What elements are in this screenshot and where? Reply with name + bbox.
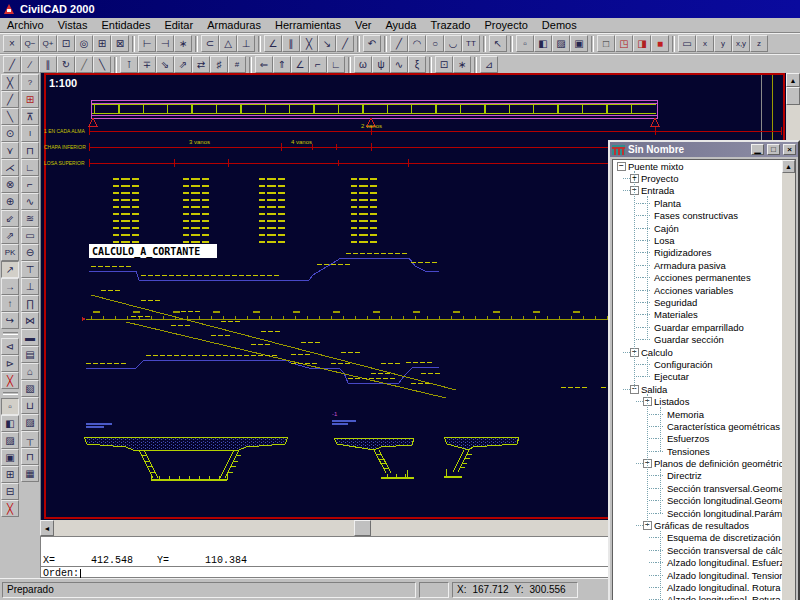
- section-voided-icon[interactable]: ⊖: [21, 244, 39, 261]
- view-hidden-cube-icon[interactable]: ◳: [615, 35, 633, 52]
- rebar-spline-icon[interactable]: ξ: [408, 56, 426, 73]
- snap-center-icon[interactable]: ⊙: [1, 125, 19, 142]
- section-plate-icon[interactable]: ⌐: [21, 176, 39, 193]
- section-deck-icon[interactable]: ▬: [21, 329, 39, 346]
- section-truss-icon[interactable]: ⋈: [21, 312, 39, 329]
- perpendicular-icon[interactable]: ⊥: [237, 35, 255, 52]
- tree-item[interactable]: Sección longitudinal.Geometría: [613, 495, 782, 507]
- extents-mode-icon[interactable]: ▣: [1, 449, 19, 466]
- tree-item[interactable]: Rigidizadores: [613, 247, 782, 259]
- maximize-button[interactable]: □: [767, 144, 780, 155]
- align-left-icon[interactable]: ⇐: [255, 56, 273, 73]
- section-grid-icon[interactable]: ▦: [21, 465, 39, 482]
- query-select-icon[interactable]: ?: [21, 74, 39, 91]
- snap-insertion-icon[interactable]: ⇙: [1, 210, 19, 227]
- pk-station-button[interactable]: PK: [1, 244, 19, 261]
- delete-mark-icon[interactable]: ╳: [1, 372, 19, 389]
- section-slab-icon[interactable]: ▤: [21, 346, 39, 363]
- tree-item[interactable]: Materiales: [613, 309, 782, 321]
- section-boxgirder-icon[interactable]: ⊓: [21, 448, 39, 465]
- erase-view-icon[interactable]: ╳: [1, 500, 19, 517]
- snap-quadrant-icon[interactable]: ⊕: [1, 193, 19, 210]
- direction-y-icon[interactable]: ↑: [1, 295, 19, 312]
- tree-item[interactable]: −Entrada: [613, 185, 782, 197]
- circle-icon[interactable]: ○: [426, 35, 444, 52]
- tree-item[interactable]: Característica geométricas: [613, 420, 782, 432]
- parallel-icon[interactable]: ∥: [282, 35, 300, 52]
- menu-demos[interactable]: Demos: [535, 18, 584, 32]
- direction-curve-icon[interactable]: ↪: [1, 312, 19, 329]
- select-arrow-icon[interactable]: ↖: [489, 35, 507, 52]
- stiffener-pair-icon[interactable]: #: [228, 56, 246, 73]
- tree-item[interactable]: Directriz: [613, 470, 782, 482]
- tree-item[interactable]: Seguridad: [613, 296, 782, 308]
- tree-item[interactable]: Armadura pasiva: [613, 259, 782, 271]
- menu-ayuda[interactable]: Ayuda: [378, 18, 423, 32]
- beam-join-icon[interactable]: ⊺: [120, 56, 138, 73]
- section-angle-icon[interactable]: ∟: [21, 159, 39, 176]
- menu-trazado[interactable]: Trazado: [423, 18, 477, 32]
- tree-item[interactable]: Acciones permanentes: [613, 272, 782, 284]
- point-style-icon[interactable]: ∗: [174, 35, 192, 52]
- line-icon[interactable]: ╱: [390, 35, 408, 52]
- tree-item[interactable]: Configuración: [613, 358, 782, 370]
- section-pi-icon[interactable]: ∏: [21, 295, 39, 312]
- divide-segment-icon[interactable]: ⊢: [138, 35, 156, 52]
- measure-segment-icon[interactable]: ⊣: [156, 35, 174, 52]
- snap-none-icon[interactable]: ╳: [1, 74, 19, 91]
- menu-herramientas[interactable]: Herramientas: [268, 18, 348, 32]
- paste-view-icon[interactable]: ⊟: [1, 483, 19, 500]
- tree-item[interactable]: Cajón: [613, 222, 782, 234]
- menu-ver[interactable]: Ver: [348, 18, 379, 32]
- vertical-scroll-thumb[interactable]: [786, 87, 800, 105]
- tree-item[interactable]: Guardar emparrillado: [613, 321, 782, 333]
- coord-y-button[interactable]: y: [714, 35, 732, 52]
- beam-extend-icon[interactable]: ⇘: [156, 56, 174, 73]
- section-arch-icon[interactable]: ⌂: [21, 363, 39, 380]
- scroll-left-button[interactable]: ◄: [40, 520, 54, 536]
- tree-item[interactable]: Alzado longitudinal. Rotura por cortante: [613, 594, 782, 600]
- line-aux-icon[interactable]: ╱: [75, 56, 93, 73]
- section-brace-icon[interactable]: ▧: [21, 380, 39, 397]
- polyline-icon[interactable]: ◡: [444, 35, 462, 52]
- tree-item[interactable]: Alzado longitudinal. Tensiones: [613, 569, 782, 581]
- intersection-icon[interactable]: ╳: [300, 35, 318, 52]
- menu-proyecto[interactable]: Proyecto: [477, 18, 534, 32]
- right-angle-icon[interactable]: ∟: [327, 56, 345, 73]
- zoom-dynamic-icon[interactable]: ◎: [75, 35, 93, 52]
- break-object-icon[interactable]: ×: [3, 35, 21, 52]
- pointer-mode-icon[interactable]: ↗: [1, 261, 19, 278]
- tree-expander[interactable]: −: [617, 162, 626, 171]
- rebar-wave-icon[interactable]: ω: [354, 56, 372, 73]
- copy-view-icon[interactable]: ⊞: [1, 466, 19, 483]
- tree-item[interactable]: Esfuerzos: [613, 433, 782, 445]
- snap-midpoint-icon[interactable]: ╲: [1, 108, 19, 125]
- text-icon[interactable]: TT: [462, 35, 480, 52]
- line-dashed-icon[interactable]: ∕: [21, 56, 39, 73]
- sheet-next-icon[interactable]: ⊳: [1, 355, 19, 372]
- tree-item[interactable]: −Calculo: [613, 346, 782, 358]
- snap-endpoint-icon[interactable]: ╱: [1, 91, 19, 108]
- beam-shrink-icon[interactable]: ⇗: [174, 56, 192, 73]
- tree-scrollbar[interactable]: ▲: [782, 160, 795, 600]
- line-simple-icon[interactable]: ╱: [3, 56, 21, 73]
- tree-item[interactable]: Acciones variables: [613, 284, 782, 296]
- zoom-out-icon[interactable]: Q−: [21, 35, 39, 52]
- section-box-icon[interactable]: ▭: [21, 227, 39, 244]
- tree-item[interactable]: Losa: [613, 234, 782, 246]
- rebar-hook-icon[interactable]: ψ: [372, 56, 390, 73]
- stiffener-grid-icon[interactable]: ♯: [210, 56, 228, 73]
- corner-icon[interactable]: ⌐: [309, 56, 327, 73]
- extend-icon[interactable]: ↘: [318, 35, 336, 52]
- line-double-icon[interactable]: ∥: [39, 56, 57, 73]
- section-inverted-tee-icon[interactable]: ⊥: [21, 278, 39, 295]
- zoom-window-icon[interactable]: ⊡: [57, 35, 75, 52]
- tree-item[interactable]: −Salida: [613, 383, 782, 395]
- ucs-plan-icon[interactable]: ▭: [678, 35, 696, 52]
- undo-icon[interactable]: ↶: [363, 35, 381, 52]
- section-tdeck-icon[interactable]: ┬: [21, 431, 39, 448]
- zoom-in-icon[interactable]: Q+: [39, 35, 57, 52]
- snap-node-icon[interactable]: ⋎: [1, 142, 19, 159]
- tangent-arc-icon[interactable]: △: [219, 35, 237, 52]
- horizontal-scroll-thumb[interactable]: [354, 520, 371, 536]
